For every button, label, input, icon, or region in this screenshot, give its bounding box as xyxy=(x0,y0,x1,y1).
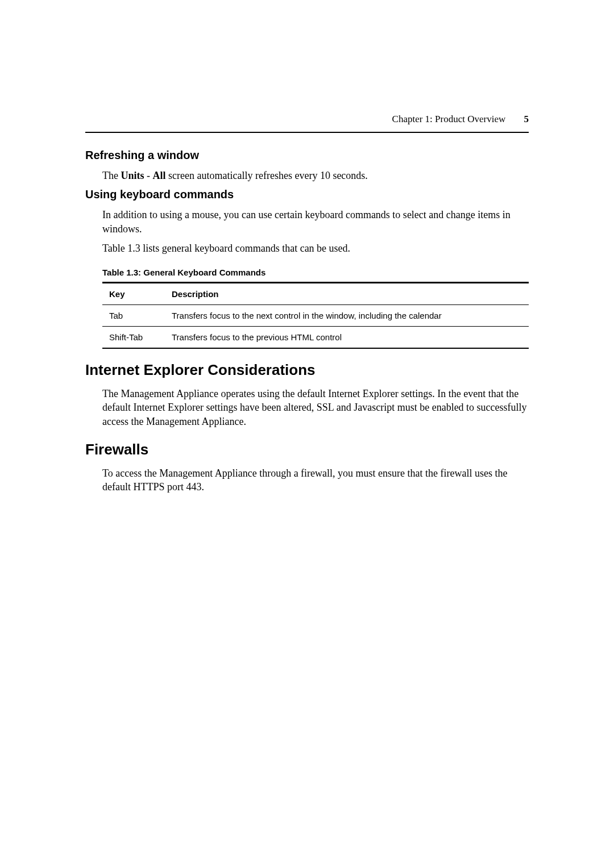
table-cell-desc: Transfers focus to the previous HTML con… xyxy=(165,327,529,349)
table-cell-desc: Transfers focus to the next control in t… xyxy=(165,305,529,327)
page-number: 5 xyxy=(524,114,529,124)
table-caption: Table 1.3: General Keyboard Commands xyxy=(102,268,529,277)
heading-firewalls: Firewalls xyxy=(85,441,529,458)
para-keyboard-2: Table 1.3 lists general keyboard command… xyxy=(102,241,529,255)
para-keyboard-1: In addition to using a mouse, you can us… xyxy=(102,208,529,236)
para-firewalls: To access the Management Appliance throu… xyxy=(102,466,529,494)
header-rule xyxy=(85,132,529,133)
para-refreshing: The Units - All screen automatically ref… xyxy=(102,169,529,182)
text-bold-units: Units xyxy=(121,170,144,181)
text-fragment: The xyxy=(102,170,121,181)
heading-ie: Internet Explorer Considerations xyxy=(85,361,529,379)
table-header-key: Key xyxy=(102,283,165,305)
page-header: Chapter 1: Product Overview 5 xyxy=(85,114,529,125)
chapter-label: Chapter 1: Product Overview xyxy=(392,114,506,124)
table-row: Shift-Tab Transfers focus to the previou… xyxy=(102,327,529,349)
heading-keyboard: Using keyboard commands xyxy=(85,188,529,201)
text-fragment: - xyxy=(144,170,153,181)
table-cell-key: Shift-Tab xyxy=(102,327,165,349)
heading-refreshing: Refreshing a window xyxy=(85,149,529,162)
para-ie: The Management Appliance operates using … xyxy=(102,387,529,428)
table-header-row: Key Description xyxy=(102,283,529,305)
text-fragment: screen automatically refreshes every 10 … xyxy=(166,170,368,181)
keyboard-commands-table: Key Description Tab Transfers focus to t… xyxy=(102,282,529,349)
table-header-desc: Description xyxy=(165,283,529,305)
table-cell-key: Tab xyxy=(102,305,165,327)
text-bold-all: All xyxy=(153,170,166,181)
document-page: Chapter 1: Product Overview 5 Refreshing… xyxy=(0,0,614,494)
table-row: Tab Transfers focus to the next control … xyxy=(102,305,529,327)
